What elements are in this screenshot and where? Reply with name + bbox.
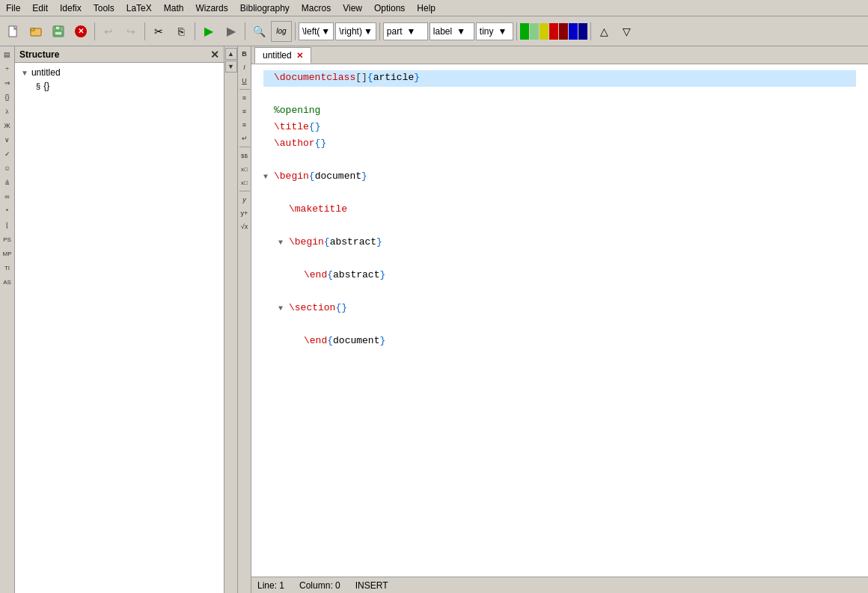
menu-wizards[interactable]: Wizards <box>189 1 233 15</box>
icon-arrow[interactable]: ⇒ <box>1 76 14 90</box>
editor-tab-untitled[interactable]: untitled ✕ <box>254 47 311 64</box>
search-button[interactable]: 🔍 <box>248 21 269 42</box>
icon-ti[interactable]: TI <box>1 261 14 274</box>
stop-button[interactable]: ✕ <box>70 21 91 42</box>
scroll-down-button[interactable]: ▼ <box>225 61 237 73</box>
code-line-1[interactable]: \documentclass[]{article} <box>263 70 856 87</box>
tab-close-button[interactable]: ✕ <box>296 51 303 61</box>
right-bracket-dropdown[interactable]: \right) ▼ <box>335 22 376 40</box>
icon-star[interactable]: * <box>1 204 14 218</box>
menu-file[interactable]: File <box>0 1 26 15</box>
icon-mp[interactable]: MP <box>1 247 14 260</box>
underline-button[interactable]: U <box>239 75 251 87</box>
label-dropdown[interactable]: label ▼ <box>430 22 474 40</box>
icon-divide[interactable]: ÷ <box>1 62 14 76</box>
code-line-7[interactable]: ▼\begin{document} <box>263 169 856 185</box>
symbol-button[interactable]: y <box>239 194 251 206</box>
fold-btn-11[interactable]: ▼ <box>278 237 289 249</box>
tree-child-item[interactable]: § {} <box>33 79 221 93</box>
structure-header: Structure ✕ <box>15 46 224 63</box>
menu-help[interactable]: Help <box>411 1 441 15</box>
icon-ps[interactable]: PS <box>1 233 14 246</box>
code-line-17[interactable]: \end{document} <box>263 334 856 350</box>
icon-vee[interactable]: ∨ <box>1 133 14 147</box>
status-mode: INSERT <box>355 580 388 591</box>
menu-bibliography[interactable]: Bibliography <box>234 1 296 15</box>
code-line-3[interactable]: %opening <box>263 103 856 120</box>
tree-root-item[interactable]: ▼ untitled <box>18 66 221 79</box>
icon-check[interactable]: ✓ <box>1 147 14 161</box>
icon-as[interactable]: AS <box>1 275 14 289</box>
menu-idefix[interactable]: Idefix <box>54 1 88 15</box>
code-line-6[interactable] <box>263 153 856 169</box>
editor-main: untitled ✕ \documentclass[]{article} %op… <box>251 46 868 593</box>
code-line-13[interactable]: \end{abstract} <box>263 268 856 284</box>
triangle-down-button[interactable]: ▽ <box>617 21 638 42</box>
symbol2-button[interactable]: y+ <box>239 207 251 219</box>
run-button[interactable]: ▶ <box>221 21 242 42</box>
code-line-16[interactable] <box>263 317 856 334</box>
log-button[interactable]: log <box>271 21 292 42</box>
menu-edit[interactable]: Edit <box>26 1 54 15</box>
cut-button[interactable]: ✂ <box>148 21 169 42</box>
sep2 <box>144 22 145 40</box>
menu-math[interactable]: Math <box>158 1 190 15</box>
label-arrow: ▼ <box>456 26 465 37</box>
math-inline-button[interactable]: $$ <box>239 150 251 162</box>
scroll-up-button[interactable]: ▲ <box>225 48 237 60</box>
icon-zh[interactable]: Ж <box>1 119 14 132</box>
open-button[interactable] <box>25 21 46 42</box>
sqrt-button[interactable]: √x <box>239 221 251 233</box>
code-line-9[interactable]: \maketitle <box>263 202 856 218</box>
bold-button[interactable]: B <box>239 48 251 60</box>
menu-view[interactable]: View <box>337 1 368 15</box>
code-line-14[interactable] <box>263 284 856 301</box>
part-dropdown[interactable]: part ▼ <box>383 22 428 40</box>
svg-rect-5 <box>55 31 62 35</box>
code-line-15[interactable]: ▼\section{} <box>263 301 856 317</box>
code-line-12[interactable] <box>263 251 856 268</box>
size-label: tiny <box>480 26 494 37</box>
menu-options[interactable]: Options <box>368 1 411 15</box>
icon-table[interactable]: ▤ <box>1 48 14 61</box>
new-button[interactable] <box>3 21 24 42</box>
align-left-button[interactable]: ≡ <box>239 92 251 104</box>
code-line-11[interactable]: ▼\begin{abstract} <box>263 235 856 251</box>
code-text-7: \begin{document} <box>274 169 367 185</box>
icon-floor[interactable]: ⌊ <box>1 218 14 232</box>
triangle-up-button[interactable]: △ <box>594 21 615 42</box>
icon-smiley[interactable]: ☺ <box>1 162 14 175</box>
svg-rect-2 <box>31 28 34 31</box>
code-text-11: \begin{abstract} <box>289 235 382 251</box>
superscript-button[interactable]: x□ <box>239 176 251 188</box>
menu-tools[interactable]: Tools <box>88 1 120 15</box>
bar-yellow-green <box>540 23 548 40</box>
editor-content[interactable]: \documentclass[]{article} %opening\title… <box>251 64 868 577</box>
menu-latex[interactable]: LaTeX <box>120 1 158 15</box>
save-button[interactable] <box>48 21 69 42</box>
undo-button[interactable]: ↩ <box>98 21 119 42</box>
size-dropdown[interactable]: tiny ▼ <box>476 22 513 40</box>
left-bracket-dropdown[interactable]: \left( ▼ <box>299 22 334 40</box>
structure-close-button[interactable]: ✕ <box>210 49 219 61</box>
menu-macros[interactable]: Macros <box>296 1 337 15</box>
align-right-button[interactable]: ≡ <box>239 119 251 131</box>
icon-lambda[interactable]: λ <box>1 105 14 118</box>
code-line-5[interactable]: \author{} <box>263 136 856 153</box>
fold-btn-15[interactable]: ▼ <box>278 303 289 315</box>
enter-button[interactable]: ↵ <box>239 132 251 144</box>
align-center-button[interactable]: ≡ <box>239 105 251 117</box>
italic-button[interactable]: I <box>239 61 251 73</box>
compile-button[interactable]: ▶ <box>198 21 219 42</box>
fold-btn-7[interactable]: ▼ <box>263 171 274 183</box>
icon-accent[interactable]: á <box>1 176 14 189</box>
copy-button[interactable]: ⎘ <box>171 21 192 42</box>
icon-braces[interactable]: {} <box>1 90 14 104</box>
subscript-button[interactable]: x□ <box>239 163 251 175</box>
redo-button[interactable]: ↪ <box>120 21 141 42</box>
code-line-10[interactable] <box>263 218 856 235</box>
icon-infinity[interactable]: ∞ <box>1 190 14 203</box>
code-line-4[interactable]: \title{} <box>263 120 856 136</box>
code-line-8[interactable] <box>263 185 856 202</box>
code-line-2[interactable] <box>263 87 856 103</box>
